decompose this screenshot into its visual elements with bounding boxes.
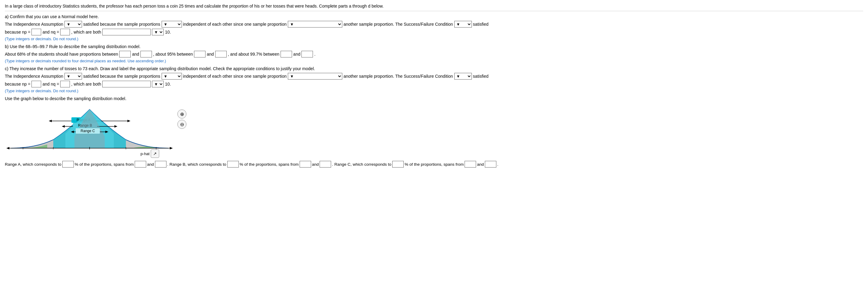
- part-c-nq-input[interactable]: [60, 81, 70, 88]
- range-c-and: and: [477, 162, 484, 167]
- phat-label: p-hat: [141, 152, 150, 156]
- distribution-graph: Range A Range B: [5, 103, 174, 152]
- part-a-hint: (Type integers or decimals. Do not round…: [5, 37, 863, 41]
- part-b-and3: and: [293, 52, 300, 57]
- range-a-pre: Range A, which corresponds to: [5, 162, 61, 167]
- part-b-and2: and: [207, 52, 214, 57]
- part-a-text2: satisfied because the sample proportions: [83, 22, 160, 27]
- part-a-nq-input[interactable]: [60, 29, 70, 35]
- dropdown-independence-a[interactable]: ▼ is is not: [64, 21, 82, 28]
- range-c-end: .: [497, 162, 498, 167]
- part-a-10-label: 10.: [165, 30, 171, 34]
- part-a-line2: because np = and nq = , which are both ▼…: [5, 29, 863, 35]
- part-a-label: a) Confirm that you can use a Normal mod…: [5, 14, 863, 19]
- part-b-95-low[interactable]: [194, 51, 206, 58]
- part-c-nq-label: and nq =: [42, 82, 59, 87]
- part-b-997-high[interactable]: [302, 51, 313, 58]
- part-c-both-input[interactable]: [102, 81, 151, 88]
- range-c-mid: % of the proportions, spans from: [405, 162, 464, 167]
- part-c-which-label: , which are both: [71, 82, 101, 87]
- dropdown-independence-c[interactable]: ▼ is is not: [64, 73, 82, 79]
- range-c-high-input[interactable]: [485, 161, 496, 168]
- part-b-hint: (Type integers or decimals rounded to fo…: [5, 59, 863, 63]
- part-a-text3: independent of each other since one samp…: [183, 22, 287, 27]
- part-b-95-text: , about 95% between: [153, 52, 193, 57]
- dropdown-geq-c[interactable]: ▼ ≥ ≤: [152, 81, 164, 88]
- range-c-pre: . Range C, which corresponds to: [332, 162, 391, 167]
- dropdown-sf-c[interactable]: ▼ is is not: [454, 73, 472, 79]
- part-b-997-low[interactable]: [281, 51, 292, 58]
- section-b: b) Use the 68–95–99.7 Rule to describe t…: [5, 44, 863, 63]
- part-a-both-input[interactable]: [102, 29, 151, 35]
- svg-marker-16: [170, 147, 173, 149]
- part-c-np-label: because np =: [5, 82, 30, 87]
- section-c: c) They increase the number of tosses to…: [5, 66, 863, 93]
- dropdown-predict-c[interactable]: ▼ does not predict predicts: [288, 73, 342, 79]
- part-c-10-label: 10.: [165, 82, 171, 87]
- part-c-np-input[interactable]: [31, 81, 41, 88]
- zoom-in-button[interactable]: ⊕: [177, 109, 186, 119]
- part-b-and1: and: [132, 52, 139, 57]
- zoom-controls: ⊕ ⊖: [177, 109, 186, 129]
- part-b-997-text: , and about 99.7% between: [228, 52, 279, 57]
- range-c-pct-input[interactable]: [392, 161, 404, 168]
- part-a-line1: The Independence Assumption ▼ is is not …: [5, 21, 863, 28]
- graph-section: Use the graph below to describe the samp…: [5, 96, 863, 158]
- part-b-label: b) Use the 68–95–99.7 Rule to describe t…: [5, 44, 863, 49]
- intro-text: In a large class of introductory Statist…: [5, 4, 863, 11]
- part-b-line1: About 68% of the students should have pr…: [5, 51, 863, 58]
- range-a-mid: % of the proportions, spans from: [75, 162, 134, 167]
- part-c-text2: satisfied because the sample proportions: [83, 74, 160, 79]
- range-a-high-input[interactable]: [155, 161, 166, 168]
- range-b-mid: % of the proportions, spans from: [240, 162, 299, 167]
- svg-marker-2: [127, 120, 130, 122]
- svg-marker-22: [6, 147, 9, 149]
- graph-container: Range A Range B: [5, 103, 174, 158]
- external-link-button[interactable]: ↗: [151, 149, 159, 158]
- range-a-low-input[interactable]: [135, 161, 146, 168]
- svg-marker-6: [62, 125, 65, 128]
- dropdown-sf-a[interactable]: ▼ is is not: [454, 21, 472, 28]
- part-b-95-high[interactable]: [215, 51, 227, 58]
- part-c-line1: The Independence Assumption ▼ is is not …: [5, 73, 863, 79]
- dropdown-proportions-a[interactable]: ▼ are are not: [162, 21, 182, 28]
- range-b-high-input[interactable]: [319, 161, 331, 168]
- range-c-low-input[interactable]: [465, 161, 476, 168]
- section-a: a) Confirm that you can use a Normal mod…: [5, 14, 863, 41]
- range-a-pct-input[interactable]: [62, 161, 74, 168]
- part-c-hint: (Type integers or decimals. Do not round…: [5, 89, 863, 93]
- part-b-68-text: About 68% of the students should have pr…: [5, 52, 118, 57]
- range-b-pct-input[interactable]: [227, 161, 239, 168]
- dropdown-geq-a[interactable]: ▼ ≥ ≤: [152, 29, 164, 35]
- part-a-which-label: , which are both: [71, 30, 101, 34]
- part-c-line2: because np = and nq = , which are both ▼…: [5, 81, 863, 88]
- part-a-text4: another sample proportion. The Success/F…: [343, 22, 453, 27]
- range-b-pre: . Range B, which corresponds to: [167, 162, 226, 167]
- range-description-row: Range A, which corresponds to % of the p…: [5, 161, 863, 168]
- range-b-low-input[interactable]: [300, 161, 311, 168]
- part-b-68-low[interactable]: [119, 51, 131, 58]
- svg-text:Range C: Range C: [81, 129, 95, 133]
- part-a-np-label: because np =: [5, 30, 30, 34]
- dropdown-proportions-c[interactable]: ▼ are are not: [162, 73, 182, 79]
- part-a-np-input[interactable]: [31, 29, 41, 35]
- range-a-and: and: [147, 162, 154, 167]
- svg-marker-1: [49, 120, 52, 122]
- zoom-out-button[interactable]: ⊖: [177, 120, 186, 129]
- graph-area: Range A Range B: [5, 103, 863, 158]
- part-c-text3: independent of each other since one samp…: [183, 74, 287, 79]
- part-a-nq-label: and nq =: [42, 30, 59, 34]
- graph-section-label: Use the graph below to describe the samp…: [5, 96, 863, 101]
- part-c-text1: The Independence Assumption: [5, 74, 63, 79]
- part-c-text5: satisfied: [473, 74, 489, 79]
- part-a-text5: satisfied: [473, 22, 489, 27]
- part-c-label: c) They increase the number of tosses to…: [5, 66, 863, 71]
- part-b-68-high[interactable]: [141, 51, 152, 58]
- part-a-text1: The Independence Assumption: [5, 22, 63, 27]
- part-c-text4: another sample proportion. The Success/F…: [343, 74, 453, 79]
- svg-marker-7: [115, 125, 117, 128]
- part-b-end: .: [314, 52, 315, 57]
- range-b-and: and: [312, 162, 319, 167]
- dropdown-predict-a[interactable]: ▼ does not predict predicts: [288, 21, 342, 28]
